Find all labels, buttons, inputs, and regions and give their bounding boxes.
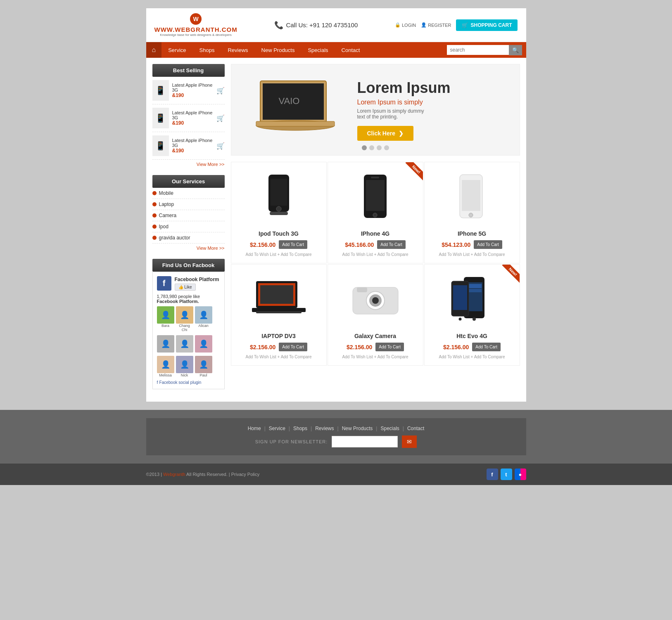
svg-rect-18 (260, 285, 293, 304)
footer-link-specials[interactable]: Specials (377, 426, 402, 431)
facebook-avatars: 👤 Bara 👤 Chang Chi 👤 Alican 👤 (157, 306, 220, 377)
social-icons: f t ● (487, 469, 526, 480)
newsletter-input[interactable] (332, 436, 398, 447)
services-title: Our Services (152, 175, 225, 188)
nav-shops[interactable]: Shops (193, 43, 221, 57)
product-name-4: IAPTOP DV3 (237, 333, 320, 339)
add-to-cart-button-6[interactable]: Add To Cart (472, 343, 501, 351)
nav-specials[interactable]: Specials (301, 43, 335, 57)
product-image-1 (237, 168, 320, 226)
avatar: 👤 (176, 356, 193, 373)
product-thumbnail: 📱 (152, 135, 169, 156)
best-selling-item-2: 📱 Latest Apple iPhone 3G &190 🛒 (152, 104, 225, 132)
avatar: 👤 (176, 306, 193, 324)
compare-link-3[interactable]: + Add To Compare (471, 252, 505, 257)
add-to-cart-button-1[interactable]: Add To Cart (279, 240, 307, 249)
facebook-like-button[interactable]: 👍 Like (175, 284, 196, 291)
compare-link-6[interactable]: + Add To Compare (471, 355, 505, 359)
compare-link-5[interactable]: + Add To Compare (374, 355, 408, 359)
register-button[interactable]: 👤 REGISTER (421, 22, 451, 28)
product-card-6: New! (424, 264, 520, 366)
flickr-social-icon[interactable]: ● (515, 469, 526, 480)
footer-link-service[interactable]: Service (266, 426, 289, 431)
nav-contact[interactable]: Contact (335, 43, 367, 57)
svg-text:VAIO: VAIO (278, 96, 299, 106)
shopping-cart-button[interactable]: 🛒 SHOPPING CART (456, 19, 518, 31)
add-to-cart-button-2[interactable]: Add To Cart (377, 240, 406, 249)
svg-rect-32 (453, 285, 467, 310)
footer-link-shops[interactable]: Shops (290, 426, 311, 431)
nav-new-products[interactable]: New Products (255, 43, 302, 57)
add-to-cart-button-5[interactable]: Add To Cart (375, 343, 404, 351)
newsletter-submit-button[interactable]: ✉ (402, 435, 417, 448)
best-selling-section: Best Selling 📱 Latest Apple iPhone 3G &1… (152, 64, 225, 169)
product-actions-3: Add To Wish List + Add To Compare (431, 252, 513, 257)
wishlist-link-5[interactable]: Add To Wish List (342, 355, 373, 359)
service-mobile[interactable]: Mobile (152, 188, 225, 199)
facebook-count: 1,783,980 people like Facebook Platform. (157, 294, 220, 304)
service-gravida[interactable]: gravida auctor (152, 232, 225, 244)
newsletter-label: SIGN UP FOR NEWSLETTER: (255, 439, 328, 444)
header-actions: 🔒 LOGIN 👤 REGISTER 🛒 SHOPPING CART (395, 19, 518, 31)
wishlist-link-4[interactable]: Add To Wish List (245, 355, 276, 359)
best-selling-item-3: 📱 Latest Apple iPhone 3G &190 🛒 (152, 132, 225, 160)
nav-service[interactable]: Service (161, 43, 192, 57)
product-image-4 (237, 271, 320, 329)
services-view-more[interactable]: View More >> (152, 244, 225, 253)
search-button[interactable]: 🔍 (509, 45, 522, 55)
product-price-row-4: $2.156.00 Add To Cart (237, 343, 320, 351)
phone-number: Call Us: +91 120 4735100 (286, 21, 358, 28)
add-to-cart-icon[interactable]: 🛒 (216, 142, 225, 150)
footer-link-home[interactable]: Home (245, 426, 264, 431)
facebook-social-icon[interactable]: f (487, 469, 498, 480)
hero-cta-button[interactable]: Click Here ❯ (357, 126, 413, 141)
logo-icon: W (190, 13, 202, 25)
service-ipod[interactable]: Ipod (152, 221, 225, 232)
service-laptop[interactable]: Laptop (152, 199, 225, 210)
footer-link-new-products[interactable]: New Products (339, 426, 376, 431)
compare-link-4[interactable]: + Add To Compare (278, 355, 312, 359)
compare-link-2[interactable]: + Add To Compare (374, 252, 408, 257)
wishlist-link-6[interactable]: Add To Wish List (439, 355, 469, 359)
hero-product-image: VAIO (242, 73, 349, 147)
svg-point-30 (473, 317, 476, 321)
service-camera[interactable]: Camera (152, 210, 225, 221)
services-section: Our Services Mobile Laptop Camera Ipod (152, 175, 225, 253)
avatar: 👤 (157, 306, 174, 324)
hero-subtitle: Lorem Ipsum is simply (357, 99, 509, 106)
carousel-dot-2[interactable] (369, 145, 374, 150)
add-to-cart-icon[interactable]: 🛒 (216, 87, 225, 95)
carousel-dot-4[interactable] (384, 145, 389, 150)
hero-description: Lorem Ipsum is simply dummytext of the p… (357, 108, 509, 120)
product-name-2: IPhone 4G (334, 230, 417, 237)
product-image-3 (431, 168, 513, 226)
facebook-plugin-label: f Facebook social plugin (157, 380, 220, 385)
add-to-cart-icon[interactable]: 🛒 (216, 114, 225, 122)
webgranth-link[interactable]: Webgranth (163, 472, 185, 477)
nav-reviews[interactable]: Reviews (221, 43, 254, 57)
avatar: 👤 (195, 335, 212, 353)
search-input[interactable] (447, 45, 509, 55)
wishlist-link-2[interactable]: Add To Wish List (342, 252, 373, 257)
add-to-cart-button-4[interactable]: Add To Cart (279, 343, 307, 351)
wishlist-link-3[interactable]: Add To Wish List (439, 252, 469, 257)
twitter-social-icon[interactable]: t (501, 469, 512, 480)
svg-point-11 (373, 213, 377, 217)
carousel-dot-1[interactable] (362, 145, 367, 150)
best-selling-view-more[interactable]: View More >> (152, 160, 225, 169)
wishlist-link-1[interactable]: Add To Wish List (245, 252, 276, 257)
login-button[interactable]: 🔒 LOGIN (395, 22, 416, 28)
product-image-5 (334, 271, 417, 329)
footer-link-contact[interactable]: Contact (404, 426, 427, 431)
carousel-dot-3[interactable] (377, 145, 382, 150)
hero-carousel-dots (362, 145, 389, 150)
nav-home[interactable]: ⌂ (146, 42, 162, 58)
product-info: Latest Apple iPhone 3G &190 (172, 138, 213, 154)
footer-link-reviews[interactable]: Reviews (312, 426, 337, 431)
compare-link-1[interactable]: + Add To Compare (278, 252, 312, 257)
product-actions-6: Add To Wish List + Add To Compare (431, 355, 513, 359)
add-to-cart-button-3[interactable]: Add To Cart (474, 240, 502, 249)
svg-rect-8 (270, 212, 288, 215)
product-actions-5: Add To Wish List + Add To Compare (334, 355, 417, 359)
facebook-info: Facebook Platform 👍 Like (175, 277, 219, 291)
